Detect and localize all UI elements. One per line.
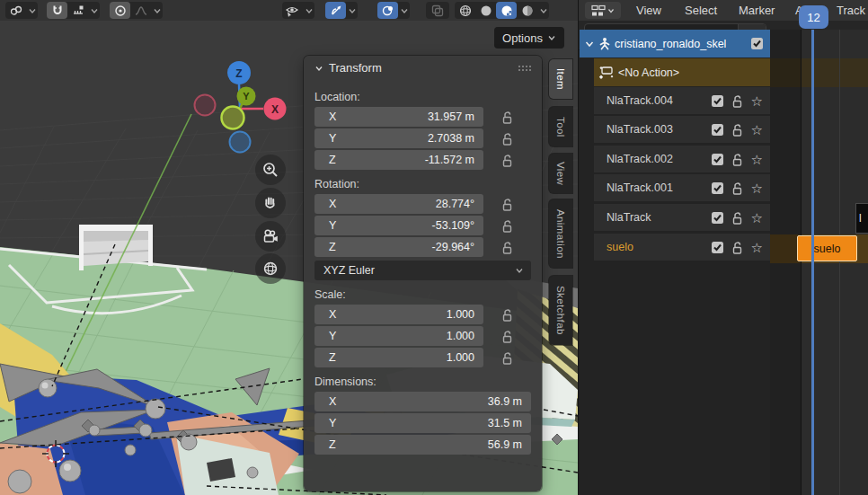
location-z-lock[interactable] <box>483 154 531 167</box>
tab-animation[interactable]: Animation <box>549 199 572 268</box>
pivot-chevron-icon[interactable] <box>26 2 38 19</box>
dimensions-x-field[interactable]: X36.9 m <box>314 392 531 411</box>
track-row-suelo[interactable]: suelo ☆ <box>594 234 770 261</box>
location-y-lock[interactable] <box>483 132 531 146</box>
tab-item[interactable]: Item <box>549 59 572 99</box>
track-checkbox[interactable] <box>712 95 723 107</box>
gizmo-minus-x-ball[interactable] <box>195 95 216 116</box>
show-gizmo-button[interactable] <box>325 2 346 19</box>
location-x-field[interactable]: X31.957 m <box>314 107 483 127</box>
solo-star-icon[interactable]: ☆ <box>751 212 763 224</box>
scale-x-lock[interactable] <box>483 308 531 322</box>
playhead-line[interactable] <box>811 30 814 495</box>
location-x-lock[interactable] <box>483 110 531 124</box>
dimensions-y-field[interactable]: Y31.5 m <box>314 413 531 433</box>
scale-z-lock[interactable] <box>483 351 531 365</box>
menu-view[interactable]: View <box>636 0 661 21</box>
rotation-mode-value: XYZ Euler <box>314 264 375 277</box>
track-row[interactable]: NlaTrack.004 ☆ <box>594 87 770 114</box>
solo-star-icon[interactable]: ☆ <box>751 182 763 194</box>
unlock-icon[interactable] <box>731 211 743 225</box>
gizmo-minus-z-ball[interactable] <box>230 132 251 153</box>
rotation-y-lock[interactable] <box>483 219 531 233</box>
tab-tool[interactable]: Tool <box>549 107 572 146</box>
expand-chevron-icon[interactable] <box>584 39 595 49</box>
unlock-icon[interactable] <box>731 181 743 195</box>
grid-sphere-button[interactable] <box>255 253 286 284</box>
location-z-field[interactable]: Z-11.572 m <box>314 150 483 170</box>
toggle-xray-button[interactable] <box>428 2 448 19</box>
scale-y-lock[interactable] <box>483 330 531 343</box>
track-checkbox[interactable] <box>712 182 723 194</box>
track-row[interactable]: NlaTrack.002 ☆ <box>594 146 770 172</box>
unlock-icon[interactable] <box>731 123 743 137</box>
nla-timeline[interactable]: l suelo <box>770 30 868 495</box>
dimensions-z-field[interactable]: Z56.9 m <box>314 435 531 455</box>
unlock-icon[interactable] <box>731 241 743 254</box>
tab-view[interactable]: View <box>549 154 572 193</box>
solo-star-icon[interactable]: ☆ <box>751 124 763 136</box>
rotation-x-lock[interactable] <box>483 198 531 211</box>
scale-y-field[interactable]: Y1.000 <box>314 326 483 346</box>
solo-star-icon[interactable]: ☆ <box>751 95 763 107</box>
snap-chevron-icon[interactable] <box>88 2 100 19</box>
shading-rendered-button[interactable] <box>517 2 537 19</box>
panel-collapse-chevron-icon <box>314 64 323 73</box>
rotation-mode-dropdown[interactable]: XYZ Euler <box>314 261 531 280</box>
menu-marker[interactable]: Marker <box>739 0 775 21</box>
nla-strip-partial[interactable]: l <box>855 203 868 234</box>
track-row[interactable]: NlaTrack ☆ <box>594 204 770 231</box>
rotation-z-field[interactable]: Z-29.964° <box>314 237 483 257</box>
snap-target-button[interactable] <box>67 2 88 19</box>
rotation-x-field[interactable]: X28.774° <box>314 194 483 214</box>
panel-drag-grip[interactable] <box>518 65 531 71</box>
options-button[interactable]: Options <box>494 27 564 49</box>
track-checkbox[interactable] <box>712 124 723 136</box>
falloff-chevron-icon[interactable] <box>151 2 163 19</box>
grid-line <box>839 30 840 495</box>
navigation-gizmo[interactable]: Y Z X <box>190 52 289 155</box>
shading-solid-button[interactable] <box>475 2 496 19</box>
pivot-point-button[interactable] <box>5 2 26 19</box>
shading-material-button[interactable] <box>496 2 517 19</box>
solo-star-icon[interactable]: ☆ <box>751 242 763 253</box>
rotation-z-lock[interactable] <box>483 241 531 254</box>
gizmo-chevron-icon[interactable] <box>346 2 358 19</box>
menu-track[interactable]: Track <box>837 0 865 21</box>
location-y-field[interactable]: Y2.7038 m <box>314 128 483 148</box>
gizmo-minus-y-ball[interactable] <box>222 107 244 129</box>
pan-button[interactable] <box>255 188 286 218</box>
track-row[interactable]: NlaTrack.003 ☆ <box>594 116 770 143</box>
editor-type-button[interactable] <box>585 2 621 19</box>
scale-x-field[interactable]: X1.000 <box>314 305 483 324</box>
shading-chevron-icon[interactable] <box>537 2 549 19</box>
unlock-icon <box>501 198 513 211</box>
visibility-button[interactable] <box>282 2 303 19</box>
snap-toggle-button[interactable] <box>47 2 67 19</box>
transform-panel-header[interactable]: Transform <box>314 56 531 80</box>
nla-strip-suelo[interactable]: suelo <box>797 235 857 261</box>
object-checkbox[interactable] <box>751 38 763 49</box>
zoom-button[interactable] <box>255 155 286 185</box>
camera-view-button[interactable] <box>255 221 286 252</box>
playhead-frame-tag[interactable]: 12 <box>799 5 828 29</box>
show-overlays-button[interactable] <box>377 2 398 19</box>
unlock-icon[interactable] <box>731 94 743 108</box>
track-checkbox[interactable] <box>712 212 723 224</box>
track-checkbox[interactable] <box>712 242 723 253</box>
overlays-chevron-icon[interactable] <box>398 2 410 19</box>
track-checkbox[interactable] <box>712 154 723 165</box>
rotation-y-field[interactable]: Y-53.109° <box>314 216 483 235</box>
shading-wireframe-button[interactable] <box>455 2 475 19</box>
proportional-editing-button[interactable] <box>110 2 130 19</box>
menu-select[interactable]: Select <box>685 0 717 21</box>
tab-sketchfab[interactable]: Sketchfab <box>549 276 572 345</box>
unlock-icon[interactable] <box>731 153 743 166</box>
scale-z-field[interactable]: Z1.000 <box>314 348 483 367</box>
track-row-action[interactable]: <No Action> <box>594 58 770 86</box>
falloff-button[interactable] <box>130 2 151 19</box>
visibility-chevron-icon[interactable] <box>303 2 314 19</box>
track-row-object[interactable]: cristiano_ronaldo_skel <box>580 30 770 57</box>
track-row[interactable]: NlaTrack.001 ☆ <box>594 174 770 201</box>
solo-star-icon[interactable]: ☆ <box>751 154 763 165</box>
